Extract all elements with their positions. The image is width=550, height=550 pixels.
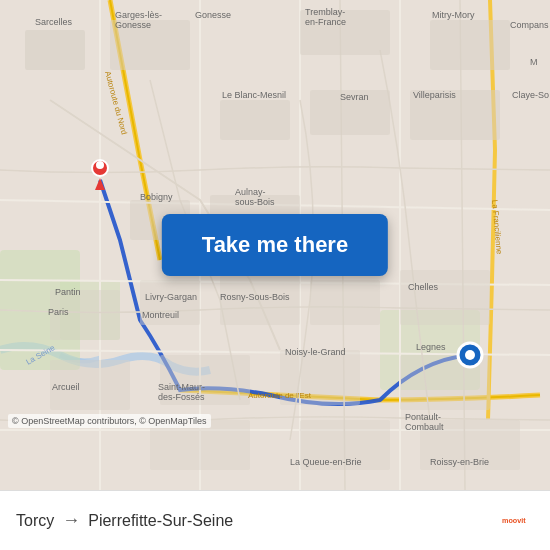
arrow-icon: → <box>62 510 80 531</box>
svg-text:Pontault-: Pontault- <box>405 412 441 422</box>
svg-text:Legnes: Legnes <box>416 342 446 352</box>
svg-text:M: M <box>530 57 538 67</box>
svg-text:Gonesse: Gonesse <box>195 10 231 20</box>
svg-text:Roissy-en-Brie: Roissy-en-Brie <box>430 457 489 467</box>
svg-text:moovit: moovit <box>502 516 526 525</box>
svg-text:Noisy-le-Grand: Noisy-le-Grand <box>285 347 346 357</box>
svg-text:Garges-lès-: Garges-lès- <box>115 10 162 20</box>
destination-label: Pierrefitte-Sur-Seine <box>88 512 233 530</box>
svg-rect-7 <box>430 20 510 70</box>
svg-rect-16 <box>310 280 380 325</box>
svg-text:Compans: Compans <box>510 20 549 30</box>
svg-text:des-Fossés: des-Fossés <box>158 392 205 402</box>
moovit-logo: moovit <box>502 505 534 537</box>
svg-rect-4 <box>25 30 85 70</box>
svg-text:en-France: en-France <box>305 17 346 27</box>
route-info: Torcy → Pierrefitte-Sur-Seine <box>16 510 502 531</box>
moovit-logo-icon: moovit <box>502 505 534 537</box>
svg-text:La Queue-en-Brie: La Queue-en-Brie <box>290 457 362 467</box>
svg-rect-8 <box>220 100 290 140</box>
svg-rect-17 <box>400 270 490 325</box>
origin-label: Torcy <box>16 512 54 530</box>
svg-text:Sevran: Sevran <box>340 92 369 102</box>
svg-point-64 <box>96 161 104 169</box>
svg-text:Paris: Paris <box>48 307 69 317</box>
svg-text:Saint-Maur-: Saint-Maur- <box>158 382 205 392</box>
svg-text:Autoroute de l'Est: Autoroute de l'Est <box>248 391 312 400</box>
svg-text:Bobigny: Bobigny <box>140 192 173 202</box>
svg-text:Tremblay-: Tremblay- <box>305 7 345 17</box>
svg-text:Le Blanc-Mesnil: Le Blanc-Mesnil <box>222 90 286 100</box>
bottom-bar: Torcy → Pierrefitte-Sur-Seine moovit <box>0 490 550 550</box>
svg-text:Sarcelles: Sarcelles <box>35 17 73 27</box>
svg-text:Arcueil: Arcueil <box>52 382 80 392</box>
svg-point-61 <box>465 350 475 360</box>
svg-text:Mitry-Mory: Mitry-Mory <box>432 10 475 20</box>
svg-text:Aulnay-: Aulnay- <box>235 187 266 197</box>
svg-text:Rosny-Sous-Bois: Rosny-Sous-Bois <box>220 292 290 302</box>
map-attribution: © OpenStreetMap contributors, © OpenMapT… <box>8 414 211 428</box>
svg-text:Villeparisis: Villeparisis <box>413 90 456 100</box>
svg-text:Montreuil: Montreuil <box>142 310 179 320</box>
svg-text:Pantin: Pantin <box>55 287 81 297</box>
map-container: Sarcelles Garges-lès- Gonesse Gonesse Tr… <box>0 0 550 490</box>
take-me-there-button[interactable]: Take me there <box>162 214 388 276</box>
svg-text:sous-Bois: sous-Bois <box>235 197 275 207</box>
svg-text:Gonesse: Gonesse <box>115 20 151 30</box>
svg-text:Combault: Combault <box>405 422 444 432</box>
svg-text:Livry-Gargan: Livry-Gargan <box>145 292 197 302</box>
svg-text:Claye-So: Claye-So <box>512 90 549 100</box>
svg-text:Chelles: Chelles <box>408 282 439 292</box>
